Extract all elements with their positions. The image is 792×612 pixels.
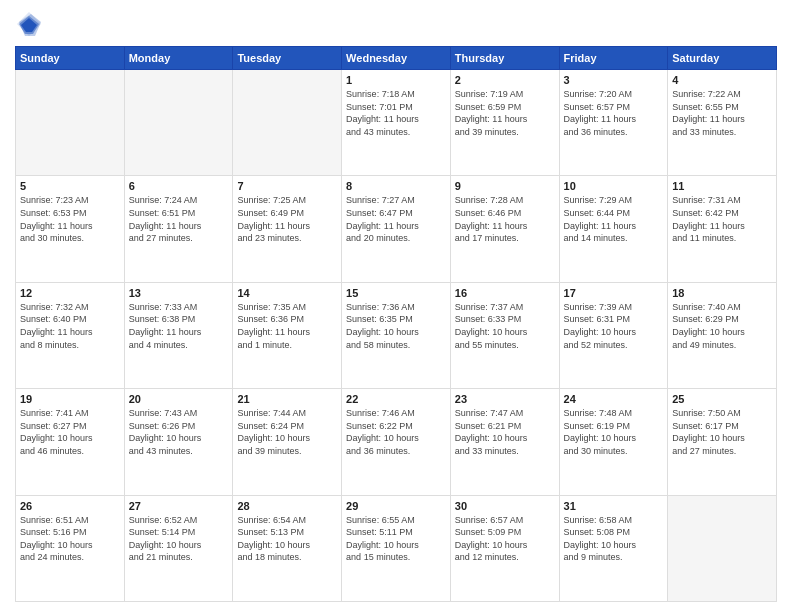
calendar-week-4: 19Sunrise: 7:41 AM Sunset: 6:27 PM Dayli… [16,389,777,495]
calendar-cell: 19Sunrise: 7:41 AM Sunset: 6:27 PM Dayli… [16,389,125,495]
day-info: Sunrise: 7:25 AM Sunset: 6:49 PM Dayligh… [237,194,337,244]
weekday-header-wednesday: Wednesday [342,47,451,70]
calendar-week-5: 26Sunrise: 6:51 AM Sunset: 5:16 PM Dayli… [16,495,777,601]
day-number: 1 [346,74,446,86]
day-info: Sunrise: 7:43 AM Sunset: 6:26 PM Dayligh… [129,407,229,457]
day-number: 31 [564,500,664,512]
calendar-cell: 10Sunrise: 7:29 AM Sunset: 6:44 PM Dayli… [559,176,668,282]
day-info: Sunrise: 6:52 AM Sunset: 5:14 PM Dayligh… [129,514,229,564]
day-info: Sunrise: 7:22 AM Sunset: 6:55 PM Dayligh… [672,88,772,138]
day-info: Sunrise: 7:35 AM Sunset: 6:36 PM Dayligh… [237,301,337,351]
calendar-cell: 11Sunrise: 7:31 AM Sunset: 6:42 PM Dayli… [668,176,777,282]
calendar-cell: 8Sunrise: 7:27 AM Sunset: 6:47 PM Daylig… [342,176,451,282]
calendar-cell [16,70,125,176]
day-info: Sunrise: 6:51 AM Sunset: 5:16 PM Dayligh… [20,514,120,564]
calendar-cell [668,495,777,601]
calendar-cell: 5Sunrise: 7:23 AM Sunset: 6:53 PM Daylig… [16,176,125,282]
day-number: 18 [672,287,772,299]
day-number: 12 [20,287,120,299]
calendar-table: SundayMondayTuesdayWednesdayThursdayFrid… [15,46,777,602]
day-info: Sunrise: 7:18 AM Sunset: 7:01 PM Dayligh… [346,88,446,138]
day-info: Sunrise: 7:20 AM Sunset: 6:57 PM Dayligh… [564,88,664,138]
day-info: Sunrise: 6:57 AM Sunset: 5:09 PM Dayligh… [455,514,555,564]
day-number: 9 [455,180,555,192]
day-number: 4 [672,74,772,86]
calendar-cell: 24Sunrise: 7:48 AM Sunset: 6:19 PM Dayli… [559,389,668,495]
day-number: 13 [129,287,229,299]
day-number: 2 [455,74,555,86]
calendar-cell: 12Sunrise: 7:32 AM Sunset: 6:40 PM Dayli… [16,282,125,388]
weekday-header-thursday: Thursday [450,47,559,70]
day-info: Sunrise: 7:44 AM Sunset: 6:24 PM Dayligh… [237,407,337,457]
calendar-cell: 28Sunrise: 6:54 AM Sunset: 5:13 PM Dayli… [233,495,342,601]
calendar-cell: 16Sunrise: 7:37 AM Sunset: 6:33 PM Dayli… [450,282,559,388]
calendar-cell: 27Sunrise: 6:52 AM Sunset: 5:14 PM Dayli… [124,495,233,601]
day-number: 5 [20,180,120,192]
day-info: Sunrise: 7:32 AM Sunset: 6:40 PM Dayligh… [20,301,120,351]
day-info: Sunrise: 7:24 AM Sunset: 6:51 PM Dayligh… [129,194,229,244]
calendar-cell: 14Sunrise: 7:35 AM Sunset: 6:36 PM Dayli… [233,282,342,388]
logo [15,10,47,38]
day-info: Sunrise: 6:55 AM Sunset: 5:11 PM Dayligh… [346,514,446,564]
day-number: 7 [237,180,337,192]
weekday-header-sunday: Sunday [16,47,125,70]
calendar-cell: 23Sunrise: 7:47 AM Sunset: 6:21 PM Dayli… [450,389,559,495]
calendar-cell: 4Sunrise: 7:22 AM Sunset: 6:55 PM Daylig… [668,70,777,176]
day-info: Sunrise: 7:23 AM Sunset: 6:53 PM Dayligh… [20,194,120,244]
weekday-header-monday: Monday [124,47,233,70]
calendar-cell: 31Sunrise: 6:58 AM Sunset: 5:08 PM Dayli… [559,495,668,601]
calendar-cell: 25Sunrise: 7:50 AM Sunset: 6:17 PM Dayli… [668,389,777,495]
calendar-cell: 13Sunrise: 7:33 AM Sunset: 6:38 PM Dayli… [124,282,233,388]
day-number: 29 [346,500,446,512]
day-info: Sunrise: 7:47 AM Sunset: 6:21 PM Dayligh… [455,407,555,457]
calendar-week-1: 1Sunrise: 7:18 AM Sunset: 7:01 PM Daylig… [16,70,777,176]
day-info: Sunrise: 7:46 AM Sunset: 6:22 PM Dayligh… [346,407,446,457]
day-info: Sunrise: 7:28 AM Sunset: 6:46 PM Dayligh… [455,194,555,244]
day-number: 16 [455,287,555,299]
calendar-cell: 20Sunrise: 7:43 AM Sunset: 6:26 PM Dayli… [124,389,233,495]
day-number: 30 [455,500,555,512]
day-info: Sunrise: 7:31 AM Sunset: 6:42 PM Dayligh… [672,194,772,244]
calendar-cell: 9Sunrise: 7:28 AM Sunset: 6:46 PM Daylig… [450,176,559,282]
calendar-cell: 29Sunrise: 6:55 AM Sunset: 5:11 PM Dayli… [342,495,451,601]
weekday-header-friday: Friday [559,47,668,70]
calendar-header-row: SundayMondayTuesdayWednesdayThursdayFrid… [16,47,777,70]
day-number: 27 [129,500,229,512]
day-info: Sunrise: 7:27 AM Sunset: 6:47 PM Dayligh… [346,194,446,244]
day-info: Sunrise: 7:48 AM Sunset: 6:19 PM Dayligh… [564,407,664,457]
day-number: 3 [564,74,664,86]
day-info: Sunrise: 7:29 AM Sunset: 6:44 PM Dayligh… [564,194,664,244]
day-number: 23 [455,393,555,405]
day-number: 19 [20,393,120,405]
calendar-cell [124,70,233,176]
calendar-week-3: 12Sunrise: 7:32 AM Sunset: 6:40 PM Dayli… [16,282,777,388]
calendar-cell [233,70,342,176]
day-number: 25 [672,393,772,405]
day-info: Sunrise: 7:36 AM Sunset: 6:35 PM Dayligh… [346,301,446,351]
day-number: 28 [237,500,337,512]
day-info: Sunrise: 7:37 AM Sunset: 6:33 PM Dayligh… [455,301,555,351]
logo-icon [15,10,43,38]
calendar-cell: 18Sunrise: 7:40 AM Sunset: 6:29 PM Dayli… [668,282,777,388]
weekday-header-saturday: Saturday [668,47,777,70]
page: SundayMondayTuesdayWednesdayThursdayFrid… [0,0,792,612]
day-number: 21 [237,393,337,405]
day-number: 26 [20,500,120,512]
day-info: Sunrise: 7:19 AM Sunset: 6:59 PM Dayligh… [455,88,555,138]
day-info: Sunrise: 7:50 AM Sunset: 6:17 PM Dayligh… [672,407,772,457]
calendar-cell: 6Sunrise: 7:24 AM Sunset: 6:51 PM Daylig… [124,176,233,282]
weekday-header-tuesday: Tuesday [233,47,342,70]
day-number: 6 [129,180,229,192]
calendar-cell: 15Sunrise: 7:36 AM Sunset: 6:35 PM Dayli… [342,282,451,388]
calendar-cell: 7Sunrise: 7:25 AM Sunset: 6:49 PM Daylig… [233,176,342,282]
day-info: Sunrise: 7:41 AM Sunset: 6:27 PM Dayligh… [20,407,120,457]
day-info: Sunrise: 7:33 AM Sunset: 6:38 PM Dayligh… [129,301,229,351]
calendar-cell: 30Sunrise: 6:57 AM Sunset: 5:09 PM Dayli… [450,495,559,601]
day-number: 17 [564,287,664,299]
day-number: 14 [237,287,337,299]
day-info: Sunrise: 6:54 AM Sunset: 5:13 PM Dayligh… [237,514,337,564]
calendar-cell: 3Sunrise: 7:20 AM Sunset: 6:57 PM Daylig… [559,70,668,176]
calendar-cell: 17Sunrise: 7:39 AM Sunset: 6:31 PM Dayli… [559,282,668,388]
day-info: Sunrise: 7:39 AM Sunset: 6:31 PM Dayligh… [564,301,664,351]
calendar-cell: 2Sunrise: 7:19 AM Sunset: 6:59 PM Daylig… [450,70,559,176]
